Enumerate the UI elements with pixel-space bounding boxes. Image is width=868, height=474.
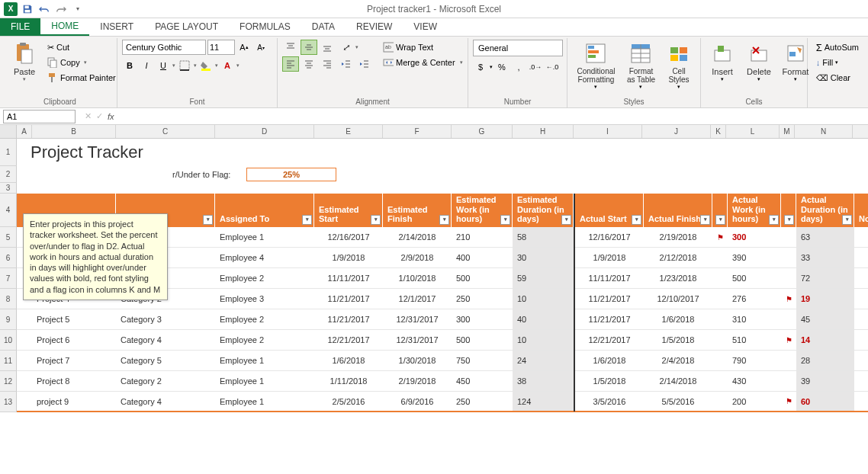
col-header-K[interactable]: K (711, 125, 726, 138)
table-cell[interactable]: 1/9/2018 (575, 248, 644, 267)
table-cell[interactable] (17, 392, 32, 411)
fill-color-button[interactable] (198, 58, 214, 73)
table-cell[interactable]: 500 (728, 268, 781, 288)
table-cell[interactable] (17, 351, 32, 370)
clear-button[interactable]: ⌫Clear (813, 70, 862, 85)
underline-button[interactable]: U (156, 58, 171, 73)
table-cell[interactable]: 59 (513, 268, 574, 288)
table-cell[interactable]: 2/12/2018 (644, 248, 712, 267)
table-header[interactable]: Estimated Start (314, 194, 383, 227)
increase-font-icon[interactable]: A▴ (236, 40, 252, 55)
row-header-7[interactable]: 7 (0, 268, 17, 289)
table-cell[interactable]: 11/11/2017 (314, 268, 383, 288)
table-cell[interactable]: 14 (796, 330, 854, 350)
table-cell[interactable]: Category 5 (116, 351, 215, 370)
table-cell[interactable]: 2/14/2018 (644, 371, 712, 391)
copy-button[interactable]: Copy▾ (44, 55, 119, 70)
table-cell[interactable]: Employee 2 (215, 268, 314, 288)
table-cell[interactable]: 430 (728, 371, 781, 391)
col-header-G[interactable]: G (452, 125, 513, 138)
name-box[interactable] (3, 110, 76, 123)
row-header-12[interactable]: 12 (0, 371, 17, 392)
table-cell[interactable]: 2/19/2018 (383, 371, 452, 391)
tab-review[interactable]: REVIEW (346, 18, 403, 36)
table-cell[interactable]: 790 (728, 351, 781, 370)
filter-dropdown-icon[interactable] (784, 215, 794, 225)
col-header-H[interactable]: H (513, 125, 574, 138)
table-cell[interactable]: 12/21/2017 (575, 330, 644, 350)
row-header-3[interactable]: 3 (0, 183, 17, 194)
table-cell[interactable]: 11/21/2017 (575, 289, 644, 309)
table-cell[interactable]: Category 2 (116, 371, 215, 391)
table-cell[interactable]: 1/6/2018 (314, 351, 383, 370)
cancel-formula-icon[interactable]: ✕ (85, 111, 92, 121)
table-header[interactable]: Actual Finish (644, 194, 712, 227)
increase-indent-icon[interactable] (355, 56, 372, 72)
table-cell[interactable]: 1/11/2018 (314, 371, 383, 391)
align-right-icon[interactable] (319, 56, 336, 72)
table-cell[interactable]: 12/21/2017 (314, 330, 383, 350)
cell-styles-button[interactable]: Cell Styles▾ (662, 40, 696, 91)
table-cell[interactable]: 10 (513, 330, 574, 350)
italic-button[interactable]: I (139, 58, 154, 73)
table-cell[interactable]: 500 (452, 268, 513, 288)
table-cell[interactable]: 750 (452, 351, 513, 370)
row-header-11[interactable]: 11 (0, 351, 17, 371)
table-cell[interactable]: 12/16/2017 (314, 227, 383, 247)
filter-dropdown-icon[interactable] (439, 215, 449, 225)
delete-cells-button[interactable]: Delete▾ (742, 40, 776, 84)
table-cell[interactable]: 2/4/2018 (644, 351, 712, 370)
decrease-font-icon[interactable]: A▾ (253, 40, 268, 55)
filter-dropdown-icon[interactable] (769, 215, 779, 225)
table-cell[interactable]: 33 (796, 248, 854, 267)
autosum-button[interactable]: ΣAutoSum (813, 40, 862, 55)
table-cell[interactable]: 2/9/2018 (383, 248, 452, 267)
table-cell[interactable]: Project 7 (32, 351, 116, 370)
table-cell[interactable]: Category 4 (116, 330, 215, 350)
table-cell[interactable]: 12/1/2017 (383, 289, 452, 309)
table-cell[interactable]: 200 (728, 392, 781, 411)
enter-formula-icon[interactable]: ✓ (96, 111, 103, 121)
table-cell[interactable]: 400 (452, 248, 513, 267)
tab-insert[interactable]: INSERT (89, 18, 144, 36)
table-cell[interactable]: 1/30/2018 (383, 351, 452, 370)
table-row[interactable]: Project 7Category 5Employee 11/6/20181/3… (17, 351, 868, 371)
table-cell[interactable]: 11/21/2017 (314, 309, 383, 329)
table-cell[interactable]: 58 (513, 227, 574, 247)
col-header-M[interactable]: M (780, 125, 795, 138)
filter-dropdown-icon[interactable] (500, 215, 510, 225)
table-cell[interactable]: 210 (452, 227, 513, 247)
row-header-13[interactable]: 13 (0, 392, 17, 412)
col-header-A[interactable]: A (17, 125, 32, 138)
table-cell[interactable]: 510 (728, 330, 781, 350)
table-cell[interactable]: Employee 2 (215, 309, 314, 329)
table-row[interactable]: Project 8Category 2Employee 11/11/20182/… (17, 371, 868, 392)
table-header[interactable]: Estimated Duration (in days) (513, 194, 574, 227)
tab-view[interactable]: VIEW (403, 18, 448, 36)
fx-icon[interactable]: fx (108, 112, 114, 121)
table-cell[interactable]: Employee 1 (215, 351, 314, 370)
table-header[interactable]: Actual Duration (in days) (796, 194, 854, 227)
tab-home[interactable]: HOME (40, 18, 89, 36)
table-cell[interactable]: 6/9/2016 (383, 392, 452, 411)
table-cell[interactable]: 1/5/2018 (575, 371, 644, 391)
format-as-table-button[interactable]: Format as Table▾ (623, 40, 659, 91)
align-left-icon[interactable] (282, 56, 299, 72)
cut-button[interactable]: ✂Cut (44, 40, 119, 55)
table-cell[interactable]: 72 (796, 268, 854, 288)
format-painter-button[interactable]: Format Painter (44, 70, 119, 85)
table-cell[interactable]: 12/31/2017 (383, 330, 452, 350)
number-format-select[interactable] (473, 40, 563, 56)
col-header-B[interactable]: B (32, 125, 116, 138)
filter-dropdown-icon[interactable] (371, 215, 381, 225)
decrease-decimal-icon[interactable]: ←.0 (545, 59, 560, 75)
table-cell[interactable]: 5/5/2016 (644, 392, 712, 411)
table-cell[interactable] (17, 371, 32, 391)
table-cell[interactable]: 124 (513, 392, 574, 411)
table-cell[interactable]: 1/9/2018 (314, 248, 383, 267)
qat-customize-icon[interactable]: ▾ (70, 2, 85, 17)
border-button[interactable] (177, 58, 192, 73)
orientation-icon[interactable]: ⤢ (337, 40, 354, 55)
table-header[interactable]: Estimated Finish (383, 194, 452, 227)
table-cell[interactable]: 12/16/2017 (575, 227, 644, 247)
